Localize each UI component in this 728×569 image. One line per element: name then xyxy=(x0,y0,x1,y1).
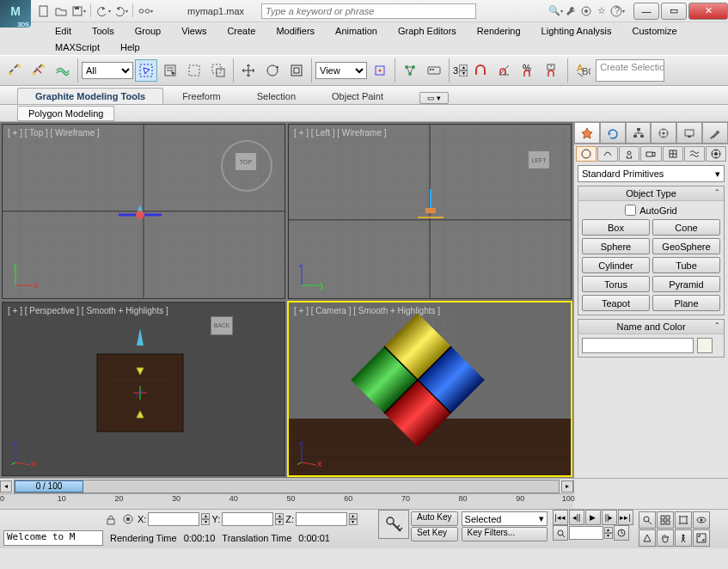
ribbon-tab-objectpaint[interactable]: Object Paint xyxy=(315,89,401,104)
menu-help[interactable]: Help xyxy=(110,40,150,54)
wrench-icon[interactable] xyxy=(563,3,578,19)
set-key-big-button[interactable] xyxy=(378,510,409,539)
next-frame-icon[interactable]: ||▸ xyxy=(602,510,617,525)
object-color-swatch[interactable] xyxy=(697,338,713,353)
display-panel-tab[interactable] xyxy=(676,122,702,144)
scale-tool-icon[interactable] xyxy=(285,59,308,82)
menu-animation[interactable]: Animation xyxy=(325,24,388,38)
rotate-tool-icon[interactable] xyxy=(261,59,284,82)
move-tool-icon[interactable] xyxy=(237,59,260,82)
link-tool-icon[interactable] xyxy=(3,59,26,82)
zoom-extents-icon[interactable] xyxy=(675,511,692,529)
teapot-button[interactable]: Teapot xyxy=(582,295,650,311)
rollout-name-color[interactable]: Name and Color⌃ xyxy=(578,320,724,334)
zoom-icon[interactable] xyxy=(639,511,656,529)
pyramid-button[interactable]: Pyramid xyxy=(652,276,720,292)
keyfilters-button[interactable]: Key Filters... xyxy=(462,527,548,541)
time-ruler[interactable]: 0 10 20 30 40 50 60 70 80 90 100 xyxy=(0,493,573,509)
close-button[interactable]: ✕ xyxy=(688,3,728,20)
menu-customize[interactable]: Customize xyxy=(622,24,688,38)
select-object-icon[interactable] xyxy=(135,59,157,82)
menu-tools[interactable]: Tools xyxy=(82,24,125,38)
rollout-object-type[interactable]: Object Type⌃ xyxy=(578,187,724,201)
key-mode-icon[interactable] xyxy=(553,525,568,541)
help-icon[interactable]: ?▾ xyxy=(609,3,625,19)
unlink-tool-icon[interactable] xyxy=(28,59,50,82)
geosphere-button[interactable]: GeoSphere xyxy=(652,238,720,254)
zoom-all-icon[interactable] xyxy=(657,511,674,529)
goto-end-icon[interactable]: ▸▸| xyxy=(618,510,633,525)
cameras-subtab-icon[interactable] xyxy=(640,146,661,162)
menu-rendering[interactable]: Rendering xyxy=(467,24,531,38)
autokey-button[interactable]: Auto Key xyxy=(411,511,458,526)
menu-grapheditors[interactable]: Graph Editors xyxy=(388,24,467,38)
orbit-icon[interactable] xyxy=(693,511,710,529)
plane-button[interactable]: Plane xyxy=(652,295,720,311)
tube-button[interactable]: Tube xyxy=(652,257,720,273)
create-selection-set[interactable]: Create Selection xyxy=(596,59,664,82)
select-region-icon[interactable] xyxy=(183,59,205,82)
new-icon[interactable] xyxy=(36,3,52,19)
bind-spacewarp-icon[interactable] xyxy=(52,59,74,82)
search-input[interactable] xyxy=(261,3,476,19)
goto-start-icon[interactable]: |◂◂ xyxy=(553,510,568,525)
minimize-button[interactable]: — xyxy=(633,3,659,20)
fov-icon[interactable] xyxy=(639,529,656,547)
ribbon-tab-selection[interactable]: Selection xyxy=(240,89,313,104)
app-logo[interactable]: M3DS xyxy=(0,0,31,28)
pivot-center-icon[interactable] xyxy=(369,59,391,82)
viewport-label[interactable]: [ + ] [ Perspective ] [ Smooth + Highlig… xyxy=(8,306,168,315)
menu-lighting[interactable]: Lighting Analysis xyxy=(531,24,622,38)
viewport-left[interactable]: [ + ] [ Left ] [ Wireframe ] LEFT yz xyxy=(288,124,572,299)
modify-panel-tab[interactable] xyxy=(600,122,626,144)
timeslider-next-icon[interactable]: ▸ xyxy=(561,480,573,493)
viewport-perspective[interactable]: [ + ] [ Perspective ] [ Smooth + Highlig… xyxy=(2,302,285,477)
cone-button[interactable]: Cone xyxy=(652,219,720,236)
key-filter-dropdown[interactable]: Selected▾ xyxy=(462,511,548,526)
time-config-icon[interactable] xyxy=(614,525,629,541)
geometry-subtab-icon[interactable] xyxy=(576,146,596,162)
menu-group[interactable]: Group xyxy=(125,24,172,38)
ribbon-tab-graphite[interactable]: Graphite Modeling Tools xyxy=(17,88,163,104)
hierarchy-panel-tab[interactable] xyxy=(626,122,652,144)
spacewarps-subtab-icon[interactable] xyxy=(684,146,705,162)
window-crossing-icon[interactable] xyxy=(207,59,229,82)
play-icon[interactable]: ▶ xyxy=(585,510,601,525)
menu-modifiers[interactable]: Modifiers xyxy=(266,24,325,38)
helpers-subtab-icon[interactable] xyxy=(663,146,683,162)
menu-edit[interactable]: Edit xyxy=(45,24,82,38)
ribbon-tab-freeform[interactable]: Freeform xyxy=(165,89,238,104)
prev-frame-icon[interactable]: ◂|| xyxy=(569,510,584,525)
viewcube[interactable]: BACK xyxy=(211,316,233,335)
z-input[interactable] xyxy=(296,512,347,526)
menu-maxscript[interactable]: MAXScript xyxy=(45,40,110,54)
viewport-camera[interactable]: [ + ] [ Camera ] [ Smooth + Highlights ] xyxy=(288,302,572,477)
snap-toggle-icon[interactable] xyxy=(469,59,492,82)
percent-snap-icon[interactable]: % xyxy=(517,59,540,82)
lock-selection-icon[interactable] xyxy=(103,511,119,527)
manipulate-icon[interactable] xyxy=(399,59,421,82)
ref-coord-dropdown[interactable]: View xyxy=(315,62,367,79)
autogrid-checkbox[interactable] xyxy=(625,205,636,216)
ribbon-panel-polymodel[interactable]: Polygon Modeling xyxy=(17,106,114,121)
box-button[interactable]: Box xyxy=(582,219,650,236)
viewport-label[interactable]: [ + ] [ Camera ] [ Smooth + Highlights ] xyxy=(294,306,440,315)
viewcube[interactable]: LEFT xyxy=(528,150,550,169)
sphere-button[interactable]: Sphere xyxy=(582,238,650,254)
y-input[interactable] xyxy=(222,512,273,526)
shapes-subtab-icon[interactable] xyxy=(597,146,618,162)
time-slider-track[interactable]: 0 / 100 xyxy=(14,480,560,493)
link-icon[interactable]: ▾ xyxy=(138,3,153,19)
spinner-snap-icon[interactable] xyxy=(541,59,564,82)
maximize-button[interactable]: ▭ xyxy=(661,3,687,20)
selection-filter-dropdown[interactable]: All xyxy=(82,62,133,79)
systems-subtab-icon[interactable] xyxy=(706,146,726,162)
keyboard-shortcut-icon[interactable] xyxy=(423,59,445,82)
redo-icon[interactable]: ▾ xyxy=(113,3,128,19)
select-by-name-icon[interactable] xyxy=(159,59,181,82)
maximize-viewport-icon[interactable] xyxy=(693,529,710,547)
lights-subtab-icon[interactable] xyxy=(619,146,639,162)
angle-snap-icon[interactable] xyxy=(493,59,516,82)
viewcube[interactable]: TOP xyxy=(235,152,257,171)
undo-icon[interactable]: ▾ xyxy=(95,3,111,19)
